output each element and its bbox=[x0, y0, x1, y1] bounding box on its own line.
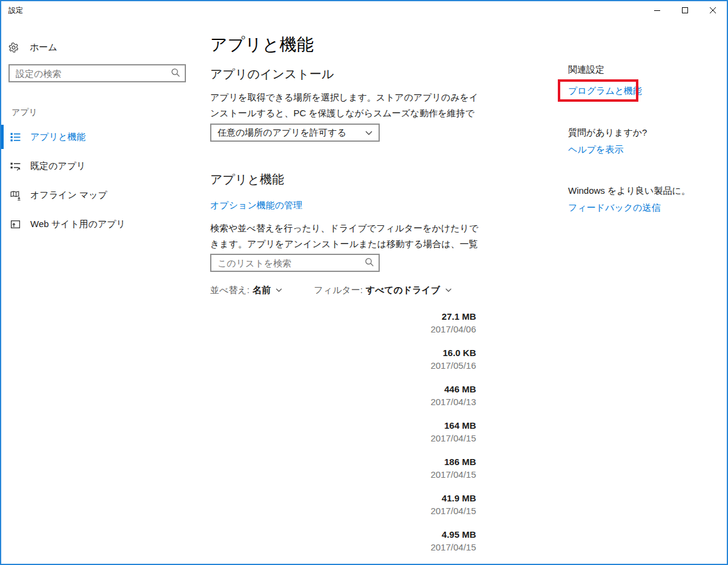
chevron-down-icon bbox=[276, 288, 282, 292]
app-list-item[interactable]: 41.9 MB 2017/04/15 bbox=[210, 489, 477, 525]
apps-section-title: アプリと機能 bbox=[210, 171, 284, 188]
app-list: 27.1 MB 2017/04/06 16.0 KB 2017/05/16 44… bbox=[210, 307, 477, 561]
sort-filter-row: 並べ替え: 名前 フィルター: すべてのドライブ bbox=[210, 285, 481, 297]
sidebar-item-label: Web サイト用のアプリ bbox=[30, 219, 125, 230]
sort-label: 並べ替え: bbox=[210, 285, 250, 296]
app-size: 41.9 MB bbox=[442, 493, 476, 503]
sidebar-item-label: アプリと機能 bbox=[30, 131, 85, 143]
titlebar: 設定 bbox=[1, 1, 727, 21]
app-list-item[interactable]: 164 MB 2017/04/15 bbox=[210, 416, 477, 452]
filter-label: フィルター: bbox=[314, 285, 363, 296]
programs-and-features-link[interactable]: プログラムと機能 bbox=[568, 85, 642, 97]
settings-search-input[interactable] bbox=[8, 64, 186, 82]
selection-accent-bar bbox=[1, 212, 4, 236]
app-size: 446 MB bbox=[444, 384, 476, 394]
caption-buttons bbox=[643, 1, 727, 19]
get-help-link[interactable]: ヘルプを表示 bbox=[568, 144, 623, 156]
app-install-date: 2017/04/15 bbox=[431, 433, 476, 443]
list-arrow-icon bbox=[10, 161, 21, 171]
filter-value: すべてのドライブ bbox=[366, 285, 440, 296]
send-feedback-link[interactable]: フィードバックの送信 bbox=[568, 202, 660, 214]
chevron-down-icon bbox=[445, 288, 452, 292]
close-button[interactable] bbox=[699, 1, 727, 19]
maximize-icon bbox=[682, 7, 688, 13]
have-questions-title: 質問がありますか? bbox=[568, 127, 647, 139]
box-up-arrow-icon bbox=[10, 219, 21, 230]
app-size: 4.95 MB bbox=[442, 529, 476, 540]
app-install-date: 2017/04/15 bbox=[431, 542, 476, 552]
app-install-date: 2017/04/13 bbox=[431, 397, 476, 407]
app-size: 16.0 KB bbox=[443, 348, 476, 358]
sidebar: ホーム アプリ アプリと機能 bbox=[1, 21, 201, 564]
app-install-source-dropdown[interactable]: 任意の場所のアプリを許可する bbox=[210, 124, 380, 142]
app-list-item[interactable]: 186 MB 2017/04/15 bbox=[210, 452, 477, 489]
selection-accent-bar bbox=[1, 183, 4, 207]
app-list-item[interactable]: 27.1 MB 2017/04/06 bbox=[210, 307, 477, 343]
sidebar-item-default-apps[interactable]: 既定のアプリ bbox=[1, 154, 201, 178]
app-list-item[interactable]: 16.0 KB 2017/05/16 bbox=[210, 343, 477, 380]
minimize-icon bbox=[654, 7, 660, 13]
related-settings-title: 関連設定 bbox=[568, 64, 604, 76]
sidebar-item-label: オフライン マップ bbox=[30, 190, 107, 201]
make-windows-better-title: Windows をより良い製品に。 bbox=[568, 185, 690, 197]
app-list-item[interactable]: 446 MB 2017/04/13 bbox=[210, 380, 477, 416]
chevron-down-icon bbox=[365, 131, 372, 136]
list-icon bbox=[10, 132, 21, 142]
selection-accent-bar bbox=[1, 125, 4, 149]
window-title: 設定 bbox=[8, 5, 23, 16]
settings-search bbox=[8, 64, 186, 82]
dropdown-selected-value: 任意の場所のアプリを許可する bbox=[217, 127, 346, 139]
app-size: 27.1 MB bbox=[442, 311, 476, 322]
sidebar-item-offline-maps[interactable]: オフライン マップ bbox=[1, 183, 201, 207]
minimize-button[interactable] bbox=[643, 1, 671, 19]
app-size: 186 MB bbox=[444, 457, 476, 467]
app-install-date: 2017/04/15 bbox=[431, 469, 476, 480]
filter-dropdown[interactable]: フィルター: すべてのドライブ bbox=[314, 285, 451, 296]
sidebar-item-apps-features[interactable]: アプリと機能 bbox=[1, 125, 201, 149]
app-size: 164 MB bbox=[444, 420, 476, 431]
maximize-button[interactable] bbox=[671, 1, 699, 19]
settings-window: 設定 bbox=[0, 0, 728, 565]
install-section-title: アプリのインストール bbox=[210, 66, 334, 82]
sidebar-item-home[interactable]: ホーム bbox=[1, 36, 201, 58]
gear-icon bbox=[8, 42, 19, 53]
app-list-search bbox=[210, 254, 380, 272]
sort-value: 名前 bbox=[253, 285, 271, 296]
page-title: アプリと機能 bbox=[210, 33, 314, 56]
app-install-date: 2017/05/16 bbox=[431, 360, 476, 371]
app-list-search-input[interactable] bbox=[210, 254, 380, 272]
sidebar-item-web-apps[interactable]: Web サイト用のアプリ bbox=[1, 212, 201, 236]
selection-accent-bar bbox=[1, 154, 4, 178]
app-list-item[interactable]: 4.95 MB 2017/04/15 bbox=[210, 525, 477, 561]
sidebar-section-apps: アプリ bbox=[12, 107, 38, 118]
app-install-date: 2017/04/15 bbox=[431, 506, 476, 516]
sidebar-home-label: ホーム bbox=[30, 42, 58, 53]
map-download-icon bbox=[10, 190, 21, 200]
optional-features-link[interactable]: オプション機能の管理 bbox=[210, 200, 302, 211]
sidebar-item-label: 既定のアプリ bbox=[30, 160, 85, 172]
close-icon bbox=[710, 7, 716, 13]
sort-dropdown[interactable]: 並べ替え: 名前 bbox=[210, 285, 282, 296]
app-install-date: 2017/04/06 bbox=[431, 324, 476, 334]
